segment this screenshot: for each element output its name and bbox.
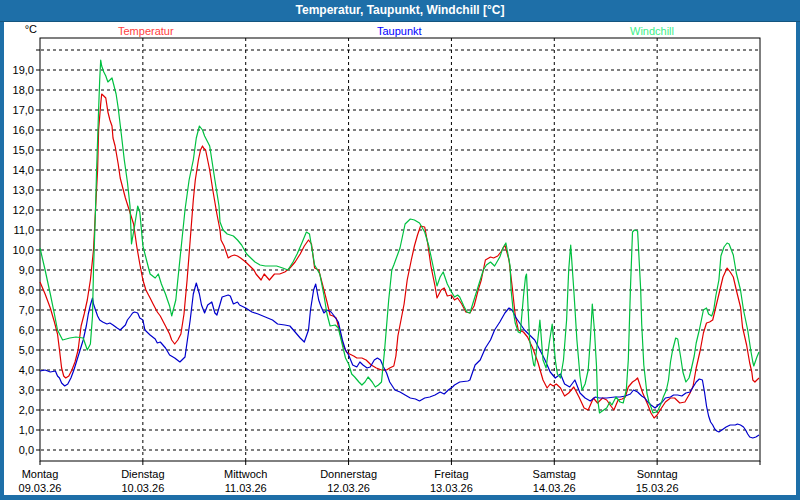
chart-panel: Temperatur Taupunkt Windchill 0,01,02,03… [4, 22, 796, 495]
y-tick-label: 10,0 [13, 244, 34, 256]
y-tick-label: 8,0 [19, 284, 34, 296]
x-day-label: Donnerstag [320, 468, 377, 480]
y-tick-label: 4,0 [19, 364, 34, 376]
x-date-label: 11.03.26 [225, 482, 267, 494]
y-tick-label: 0,0 [19, 444, 34, 456]
y-tick-label: 6,0 [19, 324, 34, 336]
series-taupunkt-line [40, 283, 759, 438]
y-tick-label: 11,0 [13, 224, 34, 236]
y-tick-label: 12,0 [13, 204, 34, 216]
x-day-label: Sonntag [637, 468, 678, 480]
y-tick-label: 14,0 [13, 164, 34, 176]
y-tick-label: 7,0 [19, 304, 34, 316]
x-date-label: 13.03.26 [430, 482, 473, 494]
y-tick-label: 15,0 [13, 144, 34, 156]
app-window: Temperatur, Taupunkt, Windchill [°C] Tem… [0, 0, 800, 500]
y-tick-label: 9,0 [19, 264, 34, 276]
y-tick-label: 1,0 [19, 424, 34, 436]
window-titlebar: Temperatur, Taupunkt, Windchill [°C] [0, 0, 800, 22]
x-day-label: Freitag [434, 468, 468, 480]
x-day-label: Samstag [533, 468, 576, 480]
x-day-label: Dienstag [121, 468, 164, 480]
x-date-label: 14.03.26 [533, 482, 576, 494]
y-tick-label: 2,0 [19, 404, 34, 416]
y-tick-label: 19,0 [13, 64, 34, 76]
y-axis-unit-label: °C [25, 23, 37, 35]
y-tick-label: 5,0 [19, 344, 34, 356]
series-windchill-line [40, 60, 759, 413]
x-date-label: 09.03.26 [19, 482, 62, 494]
x-date-label: 12.03.26 [327, 482, 370, 494]
x-day-label: Montag [22, 468, 59, 480]
y-tick-label: 16,0 [13, 124, 34, 136]
series-temperatur-line [40, 94, 759, 418]
y-tick-label: 17,0 [13, 104, 34, 116]
x-day-label: Mittwoch [224, 468, 267, 480]
x-date-label: 10.03.26 [121, 482, 164, 494]
y-tick-label: 13,0 [13, 184, 34, 196]
x-date-label: 15.03.26 [636, 482, 679, 494]
chart-canvas: 0,01,02,03,04,05,06,07,08,09,010,011,012… [4, 22, 796, 495]
y-tick-label: 18,0 [13, 84, 34, 96]
window-title: Temperatur, Taupunkt, Windchill [°C] [296, 3, 505, 17]
y-tick-label: 3,0 [19, 384, 34, 396]
